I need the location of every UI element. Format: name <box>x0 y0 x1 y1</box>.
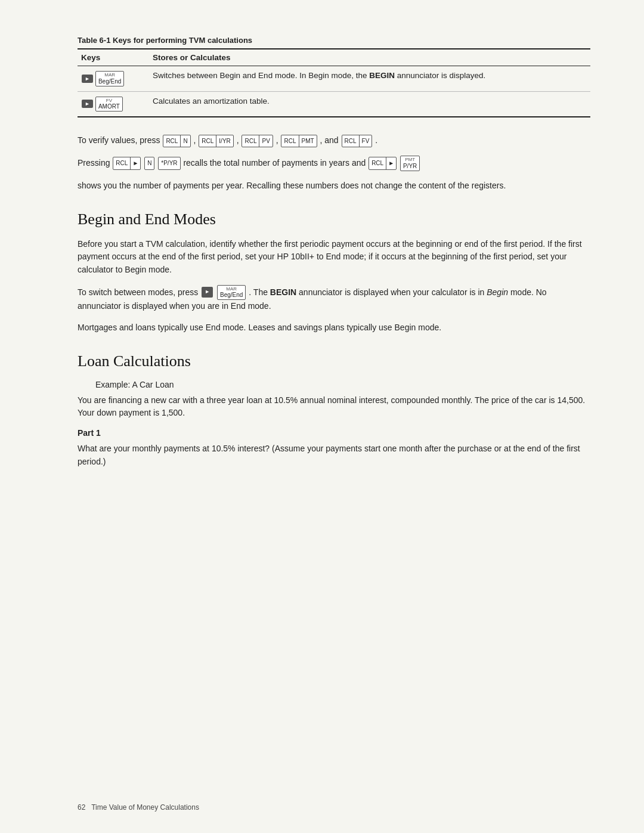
loan-calc-heading: Loan Calculations <box>78 352 590 370</box>
rcl-pmt-combo: RCLPMT <box>281 135 317 148</box>
beg-end-key-switch: MAR Beg/End <box>217 285 246 301</box>
begin-end-heading: Begin and End Modes <box>78 210 590 228</box>
footer-text: Time Value of Money Calculations <box>91 803 199 812</box>
verify-para: To verify values, press RCLN , RCLI/YR ,… <box>78 134 590 147</box>
rcl-fv-combo: RCLFV <box>342 135 373 148</box>
arrow-key-2: ► <box>82 100 93 108</box>
table-title: Table 6-1 Keys for performing TVM calcul… <box>78 36 590 45</box>
table-row: ► FV AMORT Calculates an amortization ta… <box>78 91 590 117</box>
rcl-n-combo: RCLN <box>163 135 190 148</box>
col-header-keys: Keys <box>78 49 149 66</box>
key-cell-2: ► FV AMORT <box>78 91 149 117</box>
desc-cell-2: Calculates an amortization table. <box>149 91 590 117</box>
begin-end-para1: Before you start a TVM calculation, iden… <box>78 238 590 277</box>
example-title: Example: A Car Loan <box>78 380 590 389</box>
part-label: Part 1 <box>78 428 590 438</box>
begin-end-para2: To switch between modes, press ► MAR Beg… <box>78 285 590 313</box>
xpyr-combo: *P/YR <box>158 157 180 170</box>
key-cell-1: ► MAR Beg/End <box>78 66 149 92</box>
desc-cell-1: Switches between Begin and End mode. In … <box>149 66 590 92</box>
table-row: ► MAR Beg/End Switches between Begin and… <box>78 66 590 92</box>
rcl-pv-combo: RCLPV <box>242 135 273 148</box>
rcl2-combo: RCL► <box>369 157 397 170</box>
page-footer: 62 Time Value of Money Calculations <box>78 803 199 812</box>
switch-modes-text: To switch between modes, press <box>78 287 198 296</box>
pressing-para-2: shows you the number of payments per yea… <box>78 179 590 193</box>
page-number: 62 <box>78 803 85 812</box>
rcl-arrow-pyr-combo: RCL► <box>113 157 141 170</box>
tvm-table: Keys Stores or Calculates ► MAR Beg/End … <box>78 48 590 117</box>
pressing-para: Pressing RCL► N *P/YR recalls the total … <box>78 156 590 171</box>
rcl-iyr-combo: RCLI/YR <box>199 135 233 148</box>
amort-key: FV AMORT <box>95 97 123 112</box>
verify-text: To verify values, press <box>78 135 160 145</box>
begin-end-para3: Mortgages and loans typically use End mo… <box>78 321 590 335</box>
example-desc: You are financing a new car with a three… <box>78 394 590 420</box>
star-pyr-combo: N <box>144 157 154 170</box>
part-desc: What are your monthly payments at 10.5% … <box>78 442 590 468</box>
pressing-text: Pressing <box>78 158 110 168</box>
beg-end-key: MAR Beg/End <box>95 71 124 86</box>
and-text: , and <box>320 135 339 145</box>
arrow-key-switch: ► <box>202 287 213 298</box>
pmt-pyr-key: PMT P/YR <box>400 156 420 171</box>
pressing-middle: recalls the total number of payments in … <box>183 158 366 168</box>
col-header-stores: Stores or Calculates <box>149 49 590 66</box>
arrow-key-1: ► <box>82 75 93 83</box>
